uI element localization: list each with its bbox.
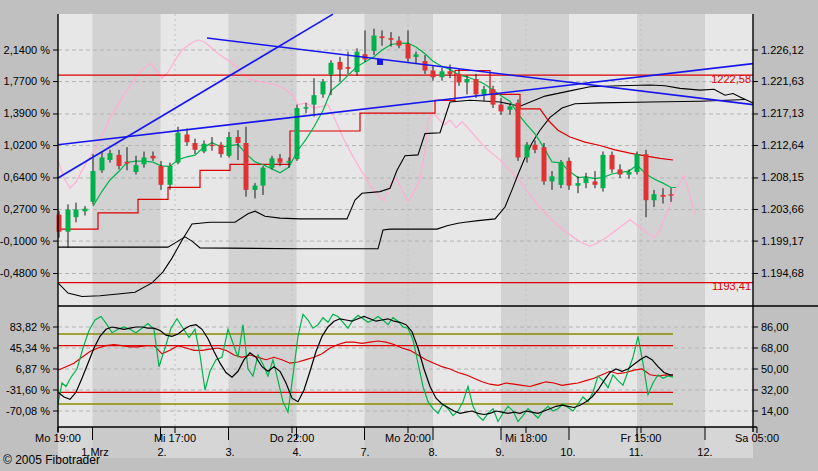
oscillator-right-tick-label: 14,00 — [761, 405, 789, 417]
candle-bullish — [482, 89, 487, 94]
candle-bullish — [355, 52, 360, 72]
main-left-tick-label: -0,4800 % — [0, 267, 50, 279]
candle-bullish — [465, 79, 470, 82]
candle-bullish — [508, 106, 513, 109]
candle-bearish — [474, 79, 479, 94]
oscillator-right-tick-label: 68,00 — [761, 342, 789, 354]
candle-bullish — [372, 36, 377, 51]
candle-bearish — [159, 166, 164, 185]
chart-canvas[interactable]: 1222,581193,412,1400 %1.226,121,7700 %1.… — [0, 0, 818, 471]
time-axis-label: Fr 15:00 — [621, 432, 662, 444]
candle-bearish — [644, 154, 649, 200]
candle-bullish — [584, 178, 589, 183]
candle-bearish — [338, 62, 343, 70]
oscillator-left-tick-label: -70,08 % — [6, 405, 50, 417]
oscillator-right-tick-label: 32,00 — [761, 384, 789, 396]
date-axis-label: 11. — [629, 446, 643, 458]
candle-bearish — [397, 41, 402, 46]
candle-bullish — [91, 171, 96, 202]
candle-bullish — [635, 154, 640, 172]
candle-bearish — [193, 143, 198, 150]
oscillator-right-tick-label: 86,00 — [761, 321, 789, 333]
candle-bearish — [491, 89, 496, 104]
candle-bullish — [261, 168, 266, 186]
candle-bearish — [151, 156, 156, 159]
copyright-label: © 2005 Fibotrader — [3, 453, 100, 467]
candle-bearish — [669, 194, 674, 195]
main-right-tick-label: 1.221,63 — [761, 75, 804, 87]
candle-bullish — [74, 210, 79, 218]
candle-bullish — [108, 153, 113, 160]
candle-bearish — [499, 105, 504, 112]
date-axis-label: 3. — [225, 446, 234, 458]
candle-bearish — [457, 74, 462, 83]
candle-bearish — [610, 155, 615, 170]
trendline-handle[interactable] — [377, 59, 383, 65]
candle-bearish — [125, 162, 130, 164]
candle-bearish — [618, 169, 623, 174]
candle-bullish — [312, 95, 317, 104]
candle-bearish — [278, 158, 283, 162]
main-left-tick-label: 0,2700 % — [4, 203, 51, 215]
time-axis-label: Do 22:00 — [270, 432, 315, 444]
oscillator-left-tick-label: 6,87 % — [16, 363, 50, 375]
candle-bearish — [380, 36, 385, 38]
date-axis-label: 7. — [360, 446, 369, 458]
candle-bearish — [210, 145, 215, 146]
candle-bullish — [525, 145, 530, 158]
main-left-tick-label: 1,0200 % — [4, 139, 51, 151]
candle-bullish — [168, 166, 173, 185]
time-axis-label: Sa 05:00 — [735, 432, 779, 444]
main-right-tick-label: 1.194,68 — [761, 267, 804, 279]
main-left-tick-label: 2,1400 % — [4, 44, 51, 56]
candle-bullish — [202, 144, 207, 152]
session-band — [93, 14, 161, 458]
candle-bullish — [627, 172, 632, 175]
oscillator-left-tick-label: -31,60 % — [6, 384, 50, 396]
candle-bullish — [176, 133, 181, 163]
candle-bearish — [346, 67, 351, 69]
candle-bearish — [57, 215, 62, 232]
candle-bullish — [295, 108, 300, 159]
main-left-tick-label: -0,1000 % — [0, 235, 50, 247]
time-axis-label: Mo 20:00 — [385, 432, 431, 444]
candle-bearish — [593, 181, 598, 184]
candle-bearish — [542, 147, 547, 181]
candle-bearish — [117, 155, 122, 166]
candle-bearish — [219, 145, 224, 154]
candle-bullish — [142, 158, 147, 165]
candle-bearish — [236, 137, 241, 143]
candle-bearish — [533, 145, 538, 150]
date-axis-label: 8. — [428, 446, 437, 458]
session-band — [229, 14, 297, 458]
candle-bearish — [406, 44, 411, 59]
main-right-tick-label: 1.217,13 — [761, 107, 804, 119]
fibotrader-chart-window: 1222,581193,412,1400 %1.226,121,7700 %1.… — [0, 0, 818, 471]
candle-bearish — [244, 143, 249, 190]
date-axis-label: 10. — [560, 446, 575, 458]
candle-bullish — [559, 162, 564, 185]
time-axis-label: Mi 18:00 — [505, 432, 547, 444]
date-axis-label: 2. — [157, 446, 166, 458]
main-right-tick-label: 1.203,66 — [761, 203, 804, 215]
candle-bullish — [66, 210, 71, 232]
main-left-tick-label: 0,6400 % — [4, 171, 51, 183]
date-axis-label: 9. — [495, 446, 504, 458]
candle-bullish — [227, 137, 232, 156]
oscillator-left-tick-label: 45,34 % — [10, 342, 51, 354]
candle-bearish — [567, 161, 572, 186]
candle-bearish — [431, 71, 436, 78]
main-right-tick-label: 1.199,17 — [761, 235, 804, 247]
candle-bullish — [134, 165, 139, 172]
candle-bullish — [576, 183, 581, 186]
candle-bullish — [253, 186, 258, 190]
candle-bullish — [601, 155, 606, 188]
date-axis-label: 12. — [697, 446, 712, 458]
main-right-tick-label: 1.208,15 — [761, 171, 804, 183]
candle-bearish — [448, 71, 453, 74]
candle-bearish — [423, 61, 428, 70]
date-axis-label: 4. — [292, 446, 301, 458]
candle-bullish — [329, 63, 334, 75]
candle-bearish — [661, 195, 666, 197]
candle-bullish — [550, 176, 555, 181]
